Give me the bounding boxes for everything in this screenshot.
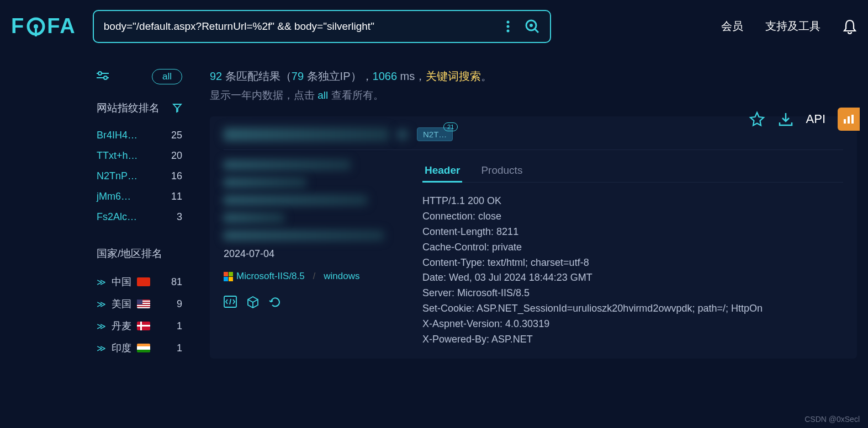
- code-icon[interactable]: [224, 296, 237, 309]
- redacted: [398, 130, 409, 140]
- search-icon[interactable]: [525, 19, 540, 34]
- funnel-icon[interactable]: [172, 103, 182, 113]
- redacted: [224, 213, 284, 223]
- flag-icon: [137, 277, 150, 286]
- star-icon[interactable]: [749, 111, 765, 127]
- nav-right: 会员 支持及工具: [721, 19, 857, 34]
- search-box: [93, 10, 551, 43]
- keyword-search-link[interactable]: 关键词搜索: [426, 70, 481, 82]
- microsoft-icon: [224, 272, 233, 281]
- redacted: [224, 160, 351, 170]
- tab-header[interactable]: Header: [422, 160, 462, 183]
- country-title: 国家/地区排名: [97, 247, 182, 261]
- country-list: ≫中国81 ≫美国9 ≫丹麦1 ≫印度1: [97, 271, 182, 359]
- more-icon[interactable]: [502, 20, 514, 33]
- logo[interactable]: F FA: [11, 14, 76, 38]
- svg-rect-16: [851, 115, 854, 124]
- stats-button[interactable]: [838, 108, 860, 131]
- result-card: ████████████ N2T…21 2024-07-04 Microsoft…: [210, 116, 857, 359]
- cube-icon[interactable]: [247, 296, 259, 309]
- chevron-icon: ≫: [97, 321, 106, 331]
- list-item[interactable]: ≫中国81: [97, 271, 182, 293]
- bell-icon[interactable]: [843, 19, 857, 34]
- list-item[interactable]: jMm6…11: [97, 186, 182, 207]
- flag-icon: [137, 299, 150, 308]
- redacted-host: ████████████: [224, 128, 389, 141]
- card-meta: 2024-07-04 Microsoft-IIS/8.5 / windows: [224, 160, 406, 347]
- list-item[interactable]: ≫印度1: [97, 337, 182, 359]
- flag-icon: [137, 322, 150, 330]
- svg-point-10: [98, 72, 102, 75]
- tech-tag-iis[interactable]: Microsoft-IIS/8.5: [224, 271, 305, 282]
- result-date: 2024-07-04: [224, 248, 406, 260]
- all-link[interactable]: all: [317, 89, 328, 101]
- all-pill[interactable]: all: [152, 69, 182, 84]
- api-link[interactable]: API: [806, 112, 825, 126]
- svg-rect-14: [844, 119, 846, 124]
- svg-line-8: [535, 29, 538, 33]
- nav-member[interactable]: 会员: [721, 19, 743, 34]
- svg-point-3: [506, 20, 509, 23]
- fingerprint-list: Br4IH4…25 TTxt+h…20 N2TnP…16 jMm6…11 Fs2…: [97, 125, 182, 227]
- http-headers: HTTP/1.1 200 OK Connection: close Conten…: [422, 194, 843, 347]
- svg-point-5: [506, 29, 509, 32]
- fingerprint-title: 网站指纹排名: [97, 101, 182, 115]
- top-actions: API: [749, 108, 860, 131]
- settings-icon[interactable]: [97, 71, 109, 82]
- svg-point-1: [34, 24, 38, 29]
- nav-tools[interactable]: 支持及工具: [765, 19, 821, 34]
- refresh-icon[interactable]: [269, 296, 282, 309]
- results-summary: 92 条匹配结果（79 条独立IP），1066 ms，关键词搜索。 显示一年内数…: [210, 69, 857, 103]
- search-input[interactable]: [104, 20, 502, 33]
- list-item[interactable]: TTxt+h…20: [97, 146, 182, 166]
- svg-rect-15: [848, 116, 850, 124]
- redacted: [224, 231, 384, 240]
- tab-products[interactable]: Products: [479, 160, 525, 182]
- card-detail: Header Products HTTP/1.1 200 OK Connecti…: [422, 160, 843, 347]
- list-item[interactable]: N2TnP…16: [97, 166, 182, 186]
- watermark: CSDN @0xSecl: [805, 415, 860, 424]
- redacted: [224, 195, 367, 205]
- chevron-icon: ≫: [97, 299, 106, 309]
- svg-point-4: [506, 25, 509, 28]
- redacted: [224, 178, 306, 188]
- svg-point-7: [530, 24, 533, 27]
- list-item[interactable]: ≫丹麦1: [97, 315, 182, 337]
- svg-point-12: [104, 76, 107, 79]
- tech-tag-windows[interactable]: windows: [324, 271, 359, 282]
- chevron-icon: ≫: [97, 277, 106, 287]
- list-item[interactable]: Fs2Alc…3: [97, 207, 182, 227]
- tabs: Header Products: [422, 160, 843, 183]
- header: F FA 会员 支持及工具: [0, 0, 868, 52]
- main: all 网站指纹排名 Br4IH4…25 TTxt+h…20 N2TnP…16 …: [0, 69, 868, 378]
- sidebar: all 网站指纹排名 Br4IH4…25 TTxt+h…20 N2TnP…16 …: [11, 69, 182, 378]
- flag-icon: [137, 344, 150, 352]
- chevron-icon: ≫: [97, 343, 106, 354]
- fingerprint-tag[interactable]: N2T…21: [417, 127, 453, 141]
- list-item[interactable]: Br4IH4…25: [97, 125, 182, 146]
- list-item[interactable]: ≫美国9: [97, 293, 182, 315]
- download-icon[interactable]: [777, 111, 794, 127]
